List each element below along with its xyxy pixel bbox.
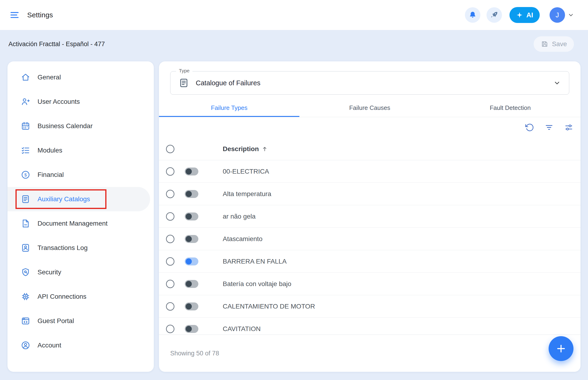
modules-icon	[21, 146, 30, 155]
table-row: Atascamiento	[159, 228, 581, 250]
table-row: CALENTAMIENTO DE MOTOR	[159, 295, 581, 318]
row-description: Alta temperatura	[221, 190, 581, 198]
row-checkbox[interactable]	[166, 302, 174, 311]
sidebar-item-label: Document Management	[38, 220, 108, 227]
sidebar-item-account[interactable]: Account	[7, 333, 150, 358]
main-panel: Type Catalogue of Failures Failure Types…	[159, 61, 581, 372]
type-select-value: Catalogue of Failures	[196, 79, 261, 87]
sidebar-item-document-management[interactable]: Document Management	[7, 211, 150, 236]
avatar[interactable]: J	[549, 7, 565, 23]
table-row: Batería con voltaje bajo	[159, 273, 581, 295]
row-checkbox[interactable]	[166, 257, 174, 266]
sidebar-item-modules[interactable]: Modules	[7, 138, 150, 163]
filter-button[interactable]	[544, 123, 554, 132]
sidebar-item-label: Guest Portal	[38, 317, 74, 325]
sidebar-item-auxiliary-catalogs[interactable]: Auxiliary Catalogs	[7, 187, 150, 211]
tab-failure-types[interactable]: Failure Types	[159, 100, 299, 117]
description-column-header[interactable]: Description	[221, 145, 581, 153]
row-toggle[interactable]	[185, 168, 198, 175]
sidebar-item-financial[interactable]: Financial	[7, 163, 150, 187]
tab-label: Failure Causes	[349, 104, 390, 112]
toggle-knob	[186, 169, 192, 174]
sidebar-item-label: Transactions Log	[38, 244, 88, 252]
account-icon	[21, 341, 30, 350]
sidebar-item-label: Modules	[38, 147, 62, 154]
sidebar-item-general[interactable]: General	[7, 65, 150, 90]
row-toggle[interactable]	[185, 212, 198, 220]
tab-label: Failure Types	[211, 104, 248, 112]
sidebar-item-api-connections[interactable]: API Connections	[7, 285, 150, 309]
row-checkbox[interactable]	[166, 280, 174, 288]
save-icon	[541, 40, 549, 48]
row-description: CALENTAMIENTO DE MOTOR	[221, 303, 581, 310]
sidebar-item-business-calendar[interactable]: Business Calendar	[7, 114, 150, 138]
table-footer: Showing 50 of 78	[159, 335, 581, 372]
api-icon	[21, 292, 30, 302]
financial-icon	[21, 170, 30, 180]
row-checkbox[interactable]	[166, 167, 174, 176]
add-button[interactable]	[549, 336, 573, 361]
toggle-knob	[186, 258, 192, 265]
save-button[interactable]: Save	[534, 36, 574, 52]
row-toggle[interactable]	[185, 190, 198, 198]
table-row: CAVITATION	[159, 318, 581, 335]
toggle-knob	[186, 326, 192, 332]
row-description: 00-ELECTRICA	[221, 168, 581, 175]
breadcrumb: Activación Fracttal - Español - 477	[8, 40, 105, 48]
table-body: 00-ELECTRICA Alta temperatura ar não gel…	[159, 160, 581, 335]
description-header-label: Description	[223, 145, 259, 153]
sidebar-item-label: Auxiliary Catalogs	[38, 195, 90, 203]
home-icon	[21, 72, 30, 82]
calendar-icon	[21, 121, 30, 131]
tab-label: Fault Detection	[490, 104, 531, 112]
table-row: Alta temperatura	[159, 183, 581, 205]
ai-button-label: AI	[526, 11, 533, 19]
sub-header: Activación Fracttal - Español - 477 Save	[0, 30, 588, 58]
sidebar-item-user-accounts[interactable]: User Accounts	[7, 90, 150, 114]
user-menu[interactable]: J	[549, 7, 574, 23]
sidebar-item-guest-portal[interactable]: Guest Portal	[7, 309, 150, 333]
row-checkbox[interactable]	[166, 190, 174, 198]
rocket-button[interactable]	[487, 7, 502, 23]
row-checkbox[interactable]	[166, 325, 174, 333]
header-actions: AI J	[465, 7, 574, 23]
chevron-down-icon	[553, 79, 561, 87]
tab-fault-detection[interactable]: Fault Detection	[440, 100, 581, 117]
row-description: Atascamiento	[221, 235, 581, 243]
select-all-checkbox[interactable]	[166, 145, 174, 153]
row-toggle[interactable]	[185, 235, 198, 243]
ai-assistant-button[interactable]: AI	[509, 7, 540, 23]
sidebar-item-label: General	[38, 74, 61, 81]
type-select[interactable]: Type Catalogue of Failures	[170, 71, 569, 95]
row-count-text: Showing 50 of 78	[170, 350, 219, 357]
tab-failure-causes[interactable]: Failure Causes	[299, 100, 440, 117]
row-toggle[interactable]	[185, 257, 198, 266]
catalogs-icon	[21, 194, 30, 204]
table-toolbar	[159, 117, 581, 138]
column-settings-button[interactable]	[564, 123, 573, 132]
table-row: BARRERA EN FALLA	[159, 250, 581, 273]
toggle-knob	[186, 304, 192, 309]
table-row: 00-ELECTRICA	[159, 160, 581, 183]
catalog-doc-icon	[178, 77, 189, 88]
guest-portal-icon	[21, 316, 30, 326]
notifications-button[interactable]	[465, 7, 480, 23]
toggle-knob	[186, 191, 192, 197]
content: General User Accounts Business Calendar …	[0, 58, 588, 372]
sidebar-item-transactions-log[interactable]: Transactions Log	[7, 236, 150, 260]
refresh-button[interactable]	[525, 123, 534, 132]
chevron-down-icon	[567, 12, 574, 19]
tab-bar: Failure Types Failure Causes Fault Detec…	[159, 100, 581, 117]
row-toggle[interactable]	[185, 303, 198, 310]
row-toggle[interactable]	[185, 280, 198, 288]
row-checkbox[interactable]	[166, 235, 174, 243]
row-checkbox[interactable]	[166, 212, 174, 221]
sparkle-icon	[516, 12, 523, 19]
sidebar-item-label: Security	[38, 268, 61, 276]
hamburger-menu-icon[interactable]	[8, 9, 21, 21]
row-toggle[interactable]	[185, 325, 198, 333]
page-title: Settings	[27, 11, 53, 19]
sidebar-item-security[interactable]: Security	[7, 260, 150, 285]
user-accounts-icon	[21, 97, 30, 107]
row-description: CAVITATION	[221, 325, 581, 333]
